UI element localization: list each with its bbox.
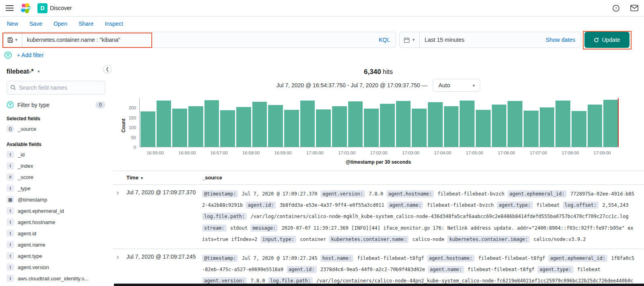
field-name: agent.id: [18, 230, 36, 237]
query-input-group: ▼ KQL: [3, 32, 396, 48]
kql-language-button[interactable]: KQL: [373, 37, 396, 43]
histogram-bar[interactable]: [572, 111, 586, 147]
x-tick-label: 17:02:00: [363, 150, 394, 155]
histogram-bar[interactable]: [540, 107, 555, 147]
date-picker: ▼ Last 15 minutes Show dates: [399, 32, 581, 48]
x-tick-label: 17:05:00: [458, 150, 490, 155]
field-item[interactable]: ▦@timestamp: [6, 194, 105, 205]
filter-by-type-label: Filter by type: [17, 102, 50, 108]
newsfeed-icon[interactable]: [630, 4, 638, 12]
field-key-badge: stream:: [202, 224, 227, 232]
interval-select[interactable]: Auto ▼: [433, 79, 480, 92]
field-key-badge: agent.name:: [428, 266, 464, 273]
update-button[interactable]: Update: [584, 32, 630, 48]
field-key-badge: agent.version:: [320, 190, 365, 198]
collapse-sidebar-button[interactable]: ❮: [103, 65, 111, 73]
index-pattern-switcher[interactable]: filebeat-* ▼: [6, 68, 105, 75]
histogram-bar[interactable]: [204, 100, 219, 147]
hits-label: hits: [383, 68, 393, 75]
field-item[interactable]: tagent.id: [6, 228, 105, 239]
field-item[interactable]: taws.cloudtrail.user_identity.s...: [6, 273, 105, 284]
available-fields-header: Available fields: [6, 142, 105, 147]
filter-icon[interactable]: [4, 51, 12, 59]
help-icon[interactable]: ?: [612, 4, 620, 12]
histogram-bar[interactable]: [524, 111, 539, 147]
menu-item-save[interactable]: Save: [29, 21, 42, 27]
top-chrome-bar: D Discover ?: [0, 0, 644, 16]
field-item[interactable]: t_type: [6, 183, 105, 194]
query-input[interactable]: [22, 32, 373, 47]
histogram-bar[interactable]: [380, 104, 395, 147]
histogram-bar[interactable]: [332, 106, 347, 147]
field-item[interactable]: t_index: [6, 160, 105, 171]
discover-main: ❮ 6,340 hits Jul 7, 2020 @ 16:54:37.750 …: [113, 63, 644, 286]
filter-by-type-button[interactable]: Filter by type 0: [6, 101, 105, 109]
field-item[interactable]: #_score: [6, 171, 105, 183]
histogram-bar[interactable]: [444, 106, 459, 147]
field-key-badge: kubernetes.container.image:: [447, 236, 530, 243]
field-item[interactable]: t_id: [6, 149, 105, 160]
field-key-badge: agent.type:: [537, 266, 573, 273]
histogram-bar[interactable]: [364, 109, 379, 147]
histogram-bar[interactable]: [316, 109, 331, 147]
field-type-icon: t: [6, 185, 14, 192]
table-row: ›Jul 7, 2020 @ 17:09:27.370@timestamp: J…: [113, 185, 644, 249]
chart-time-range: Jul 7, 2020 @ 16:54:37.750 - Jul 7, 2020…: [277, 82, 427, 88]
menu-item-share[interactable]: Share: [78, 21, 93, 27]
field-item[interactable]: {}_source: [6, 123, 105, 134]
field-item[interactable]: tagent.type: [6, 250, 105, 261]
field-key-badge: agent.name:: [387, 202, 423, 209]
page-title: Discover: [50, 5, 72, 11]
svg-text:?: ?: [615, 6, 617, 10]
histogram-bar[interactable]: [508, 101, 522, 147]
histogram-bar[interactable]: [476, 110, 491, 147]
field-search-input[interactable]: [6, 81, 105, 95]
histogram-bar[interactable]: [284, 110, 299, 147]
field-item[interactable]: tagent.version: [6, 261, 105, 273]
discover-app-badge: D: [37, 3, 47, 13]
histogram-bar[interactable]: [188, 106, 203, 147]
histogram-bar[interactable]: [460, 101, 475, 147]
field-key-badge: message:: [250, 224, 278, 232]
histogram-bar[interactable]: [140, 111, 155, 147]
histogram-bar[interactable]: [236, 107, 251, 147]
current-time-marker: [618, 98, 619, 147]
top-right-icons: ?: [612, 4, 638, 12]
update-button-label: Update: [602, 37, 620, 43]
time-range-value[interactable]: Last 15 minutes: [420, 37, 464, 43]
menu-item-new[interactable]: New: [7, 21, 18, 27]
x-tick-label: 17:04:00: [427, 150, 458, 155]
calendar-icon: [404, 37, 410, 43]
expand-row-icon[interactable]: ›: [115, 188, 126, 245]
histogram-bar[interactable]: [268, 105, 283, 147]
expand-row-icon[interactable]: ›: [115, 253, 126, 286]
field-key-badge: kubernetes.container.name:: [329, 236, 409, 243]
add-filter-button[interactable]: + Add filter: [17, 52, 44, 58]
histogram-bar[interactable]: [348, 101, 363, 147]
histogram-bar[interactable]: [157, 101, 171, 147]
quick-select-time-button[interactable]: ▼: [400, 32, 420, 47]
histogram-bar[interactable]: [172, 109, 187, 147]
histogram-bar[interactable]: [588, 105, 603, 147]
field-item[interactable]: tagent.hostname: [6, 216, 105, 228]
menu-hamburger-icon[interactable]: [6, 5, 14, 11]
field-item[interactable]: tagent.name: [6, 239, 105, 250]
histogram-bar[interactable]: [220, 110, 235, 147]
histogram-bar[interactable]: [603, 100, 618, 147]
histogram-bar[interactable]: [300, 101, 315, 147]
menu-item-open[interactable]: Open: [54, 21, 67, 27]
show-dates-button[interactable]: Show dates: [546, 37, 581, 43]
histogram-bar[interactable]: [252, 102, 267, 147]
histogram-bar[interactable]: [492, 105, 507, 147]
filter-icon: [6, 101, 14, 109]
histogram-bar[interactable]: [428, 102, 443, 147]
field-item[interactable]: tazure.auditlogs.properties.ac...: [6, 284, 105, 286]
saved-query-menu-button[interactable]: ▼: [4, 32, 22, 47]
histogram-bar[interactable]: [555, 101, 570, 147]
time-column-header[interactable]: Time▼: [126, 175, 202, 181]
histogram-bar[interactable]: [412, 109, 427, 147]
histogram-bar[interactable]: [396, 101, 411, 147]
field-item[interactable]: tagent.ephemeral_id: [6, 205, 105, 216]
field-key-badge: agent.id:: [246, 202, 276, 209]
menu-item-inspect[interactable]: Inspect: [105, 21, 123, 27]
